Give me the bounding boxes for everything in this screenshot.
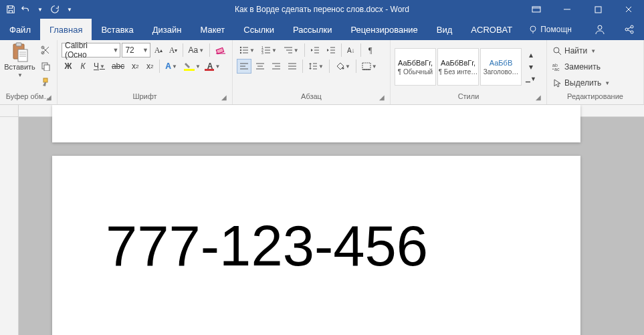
bullets-button[interactable]: ▼ [237,43,257,58]
replace-button[interactable]: abac Заменить [551,60,611,74]
svg-rect-23 [205,69,214,71]
undo-dropdown-icon[interactable]: ▼ [35,4,45,15]
decrease-indent-button[interactable] [308,43,322,58]
show-marks-button[interactable]: ¶ [364,43,377,58]
style-heading1[interactable]: АаБбВ Заголово… [480,48,522,86]
svg-point-64 [554,47,559,53]
bold-button[interactable]: Ж [62,59,75,74]
increase-indent-button[interactable] [324,43,338,58]
select-button[interactable]: Выделить▼ [551,76,611,90]
font-color-button[interactable]: A▼ [205,59,223,74]
align-right-button[interactable] [269,59,284,74]
group-label-editing: Редактирование [567,92,623,100]
style-preview: АаБбВвГг, [398,59,433,67]
redo-icon[interactable] [49,4,60,15]
sort-button[interactable]: A↓ [344,43,358,58]
highlight-button[interactable]: ▼ [181,59,203,74]
change-case-button[interactable]: Aa▼ [186,43,207,58]
svg-point-8 [631,25,633,28]
style-no-spacing[interactable]: АаБбВвГг, ¶ Без инте… [437,48,479,86]
search-icon [552,46,562,55]
group-paragraph: ▼ 123▼ ▼ A↓ ¶ ▼ ▼ ▼ [233,40,391,104]
svg-line-65 [558,52,561,55]
format-painter-button[interactable] [38,75,53,90]
account-icon[interactable] [585,19,615,40]
save-icon[interactable] [5,4,16,15]
shading-button[interactable]: ▼ [332,59,353,74]
vertical-ruler[interactable] [0,117,19,335]
document-area: 777-123-456 [0,105,644,335]
multilevel-icon [284,46,293,54]
close-icon[interactable] [613,0,644,19]
justify-icon [288,62,297,70]
qat-customize-icon[interactable]: ▼ [64,4,75,15]
font-name-value: Calibri (Осно [65,41,110,60]
cursor-icon [552,78,562,88]
styles-expand[interactable]: ▁▼ [524,73,538,85]
share-icon[interactable] [615,19,644,40]
dialog-launcher-icon[interactable]: ◢ [378,94,386,102]
tab-layout[interactable]: Макет [191,19,234,40]
svg-point-9 [631,31,633,33]
styles-scroll-down[interactable]: ▾ [524,61,538,73]
clipboard-icon [11,43,29,62]
justify-button[interactable] [285,59,300,74]
group-label-paragraph: Абзац [301,92,322,100]
replace-icon: abac [552,62,562,72]
group-clipboard: Вставить ▼ Буфер обм…◢ [0,40,58,104]
tab-review[interactable]: Рецензирование [341,19,427,40]
styles-scroll-up[interactable]: ▴ [524,49,538,61]
align-center-button[interactable] [253,59,267,74]
tab-mailings[interactable]: Рассылки [284,19,341,40]
dialog-launcher-icon[interactable]: ◢ [534,94,542,102]
tab-design[interactable]: Дизайн [143,19,191,40]
dialog-launcher-icon[interactable]: ◢ [45,94,53,102]
grow-font-button[interactable]: A▴ [152,43,165,58]
document-text[interactable]: 777-123-456 [106,216,527,275]
tab-view[interactable]: Вид [427,19,462,40]
page-current[interactable]: 777-123-456 [52,156,580,335]
subscript-button[interactable]: x2 [128,59,142,74]
strikethrough-button[interactable]: abc [109,59,127,74]
multilevel-list-button[interactable]: ▼ [281,43,302,58]
text-effects-button[interactable]: A▼ [163,59,180,74]
scissors-icon [41,45,50,55]
tab-home[interactable]: Главная [40,19,92,40]
italic-button[interactable]: К [76,59,90,74]
svg-rect-22 [184,69,195,71]
superscript-button[interactable]: x2 [143,59,156,74]
tell-me-search[interactable]: Помощн [522,19,578,40]
clear-formatting-button[interactable] [213,43,228,58]
copy-button[interactable] [38,59,53,74]
align-left-button[interactable] [237,59,251,74]
dialog-launcher-icon[interactable]: ◢ [220,94,228,102]
cut-button[interactable] [38,43,53,58]
svg-rect-12 [18,49,27,62]
paste-label: Вставить [4,63,35,71]
undo-icon[interactable] [20,4,31,15]
minimize-icon[interactable] [552,0,582,19]
svg-point-26 [240,49,241,51]
underline-button[interactable]: Ч▼ [91,59,108,74]
borders-button[interactable]: ▼ [359,59,380,74]
maximize-icon[interactable] [582,0,613,19]
tab-references[interactable]: Ссылки [234,19,284,40]
find-button[interactable]: Найти▼ [551,44,611,58]
font-name-combo[interactable]: Calibri (Осно▼ [62,43,120,58]
ribbon-options-icon[interactable] [521,0,552,19]
group-editing: Найти▼ abac Заменить Выделить▼ Редактиро… [547,40,644,104]
line-spacing-button[interactable]: ▼ [306,59,326,74]
svg-text:3: 3 [261,51,263,54]
numbering-button[interactable]: 123▼ [259,43,280,58]
svg-point-4 [530,26,536,31]
page-container: 777-123-456 [52,105,580,335]
shrink-font-button[interactable]: A▾ [167,43,180,58]
font-size-combo[interactable]: 72▼ [122,43,150,58]
paste-button[interactable]: Вставить ▼ [3,41,37,80]
tab-acrobat[interactable]: ACROBAT [461,19,522,40]
style-normal[interactable]: АаБбВвГг, ¶ Обычный [395,48,436,86]
line-spacing-icon [308,62,318,70]
tab-file[interactable]: Файл [0,19,40,40]
tab-insert[interactable]: Вставка [92,19,142,40]
page-previous[interactable] [52,105,580,142]
